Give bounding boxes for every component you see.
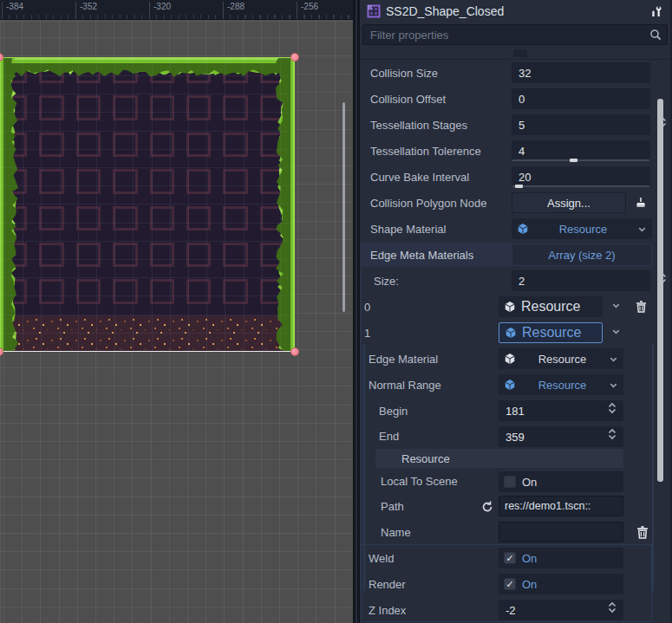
trash-icon [636, 301, 647, 313]
resource-cube-icon [517, 223, 529, 235]
spinner-icon[interactable] [608, 428, 617, 440]
property-row-tessellation-stages: Tessellation Stages 5 [360, 112, 670, 138]
shape-fill-texture [0, 58, 294, 351]
chevron-down-icon[interactable] [637, 224, 647, 234]
property-label: 1 [364, 320, 370, 346]
property-label: Begin [379, 398, 408, 424]
inspector-panel: SS2D_Shape_Closed Collision Size 32 Coll… [360, 0, 672, 623]
chevron-down-icon[interactable] [609, 380, 618, 390]
property-label: Curve Bake Interval [370, 164, 469, 190]
chevron-down-icon[interactable] [609, 354, 618, 364]
spinner-icon[interactable] [608, 601, 617, 613]
revert-icon [481, 500, 493, 512]
checkbox-checked-icon[interactable] [504, 578, 516, 590]
toggle-label: On [522, 476, 537, 489]
chevron-down-icon[interactable] [611, 301, 621, 310]
ruler-label: -320 [149, 2, 171, 19]
revert-button[interactable] [478, 496, 497, 516]
resource-cube-icon [505, 327, 517, 339]
property-label: Local To Scene [381, 469, 458, 493]
path-input[interactable] [499, 496, 623, 516]
normal-range-resource-button[interactable]: Resource [499, 374, 623, 395]
checkbox-checked-icon[interactable] [504, 552, 516, 564]
begin-field[interactable]: 181 [499, 400, 623, 421]
shape-dirt-edge [7, 315, 287, 351]
delete-edge-meta-material-button[interactable] [631, 522, 654, 542]
tools-icon[interactable] [649, 4, 663, 18]
slider-grabber[interactable] [515, 185, 523, 188]
array-item-1-resource-button[interactable]: Resource [499, 322, 603, 343]
resource-label: Resource [522, 325, 581, 341]
property-label: Weld [369, 545, 394, 571]
z-index-field[interactable]: -2 [499, 600, 623, 620]
toggle-label: On [522, 552, 537, 565]
render-toggle[interactable]: On [499, 574, 623, 594]
horizontal-ruler: -384 -352 -320 -288 -256 [0, 0, 353, 20]
filter-row [360, 23, 670, 47]
filter-properties-input[interactable] [362, 24, 668, 45]
property-row-curve-bake-interval: Curve Bake Interval 20 [360, 164, 670, 190]
slider-track[interactable] [512, 185, 649, 187]
section-label: Resource [375, 449, 623, 468]
resource-label: Resource [521, 379, 603, 392]
slider-track[interactable] [512, 159, 649, 161]
property-label: End [379, 424, 399, 448]
broom-icon [635, 197, 647, 209]
tessellation-stages-field[interactable]: 5 [512, 114, 650, 135]
shape-point-handle[interactable] [290, 347, 299, 356]
property-row-array-size: Size: 2 [360, 268, 670, 294]
property-label: Name [381, 519, 411, 545]
property-label: 0 [364, 294, 370, 320]
property-row-collision-size: Collision Size 32 [360, 60, 670, 86]
resource-label: Resource [521, 299, 580, 315]
property-row-shape-material: Shape Material Resource [360, 216, 670, 242]
array-size-button[interactable]: Array (size 2) [512, 243, 652, 266]
resource-cube-icon [504, 379, 516, 391]
property-row-collision-offset: Collision Offset 0 [360, 86, 670, 112]
property-row-collision-polygon-node: Collision Polygon Node Assign... [360, 190, 670, 216]
shape-material-resource-button[interactable]: Resource [512, 218, 652, 239]
slider-grabber[interactable] [570, 159, 577, 162]
checkbox-unchecked-icon[interactable] [504, 476, 516, 488]
clipped-row [360, 47, 670, 60]
shape-node[interactable] [0, 57, 295, 352]
array-item-0-resource-button[interactable]: Resource [499, 296, 603, 317]
ss2d-node-icon [367, 4, 381, 18]
chevron-down-icon[interactable] [611, 327, 621, 336]
name-input[interactable] [499, 522, 623, 542]
property-label: Edge Material [369, 346, 438, 372]
inspector-header: SS2D_Shape_Closed [360, 0, 670, 23]
curve-bake-interval-slider[interactable]: 20 [512, 166, 650, 187]
property-label: Collision Polygon Node [370, 190, 486, 216]
property-label: Tessellation Tolerence [370, 138, 481, 164]
spinner-icon[interactable] [608, 402, 617, 414]
end-field[interactable]: 359 [499, 426, 623, 447]
ruler-label: -288 [223, 2, 245, 19]
collision-size-field[interactable]: 32 [512, 62, 650, 83]
collision-offset-field[interactable]: 0 [512, 88, 650, 109]
property-row-render: Render On [360, 571, 670, 597]
inspector-title: SS2D_Shape_Closed [386, 4, 644, 18]
tessellation-tolerence-slider[interactable]: 4 [512, 140, 650, 161]
property-label: Shape Material [370, 216, 446, 242]
viewport-vscrollbar[interactable] [343, 102, 345, 312]
array-size-field[interactable]: 2 [512, 270, 650, 291]
2d-viewport[interactable]: -384 -352 -320 -288 -256 [0, 0, 353, 623]
property-label: Render [369, 571, 406, 597]
delete-item-button[interactable] [630, 296, 652, 317]
edge-material-resource-button[interactable]: Resource [499, 348, 623, 369]
property-row-array-item-1: 1 Resource [360, 320, 670, 346]
clear-node-button[interactable] [630, 192, 652, 213]
property-label: Collision Size [370, 60, 438, 86]
weld-toggle[interactable]: On [499, 548, 623, 568]
shape-point-handle[interactable] [290, 53, 299, 62]
inspector-vscrollbar[interactable] [657, 99, 663, 482]
property-row-tessellation-tolerence: Tessellation Tolerence 4 [360, 138, 670, 164]
property-row-edge-material: Edge Material Resource [360, 346, 670, 372]
local-to-scene-toggle[interactable]: On [499, 471, 623, 492]
property-label: Path [381, 493, 404, 519]
property-label: Edge Meta Materials [360, 243, 512, 267]
panel-splitter[interactable] [353, 0, 360, 623]
property-label: Z Index [369, 597, 406, 623]
assign-node-button[interactable]: Assign... [512, 192, 626, 213]
